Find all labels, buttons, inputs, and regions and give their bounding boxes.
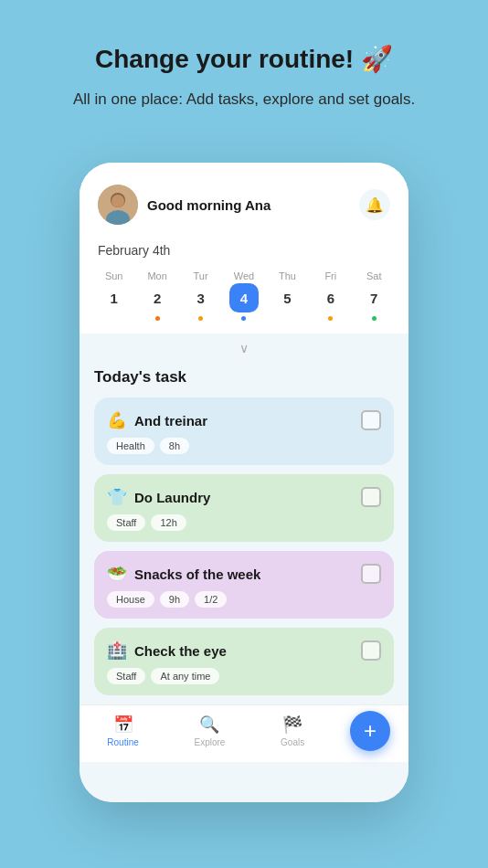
hero-title: Change your routine! 🚀 (37, 44, 451, 75)
task-title-row: 🥗 Snacks of the week (107, 564, 260, 584)
task-checkbox[interactable] (361, 487, 381, 507)
cal-dot (241, 316, 246, 321)
cal-dot (155, 316, 160, 321)
cal-dot (372, 316, 377, 321)
cal-day-fri[interactable]: Fri 6 (314, 270, 347, 321)
tag-health: Health (107, 438, 154, 454)
cal-day-name: Tur (194, 270, 208, 281)
task-title-row: 💪 And treinar (107, 410, 207, 430)
cal-day-sat[interactable]: Sat 7 (357, 270, 390, 321)
tag-staff: Staff (107, 514, 145, 531)
cal-day-thu[interactable]: Thu 5 (271, 270, 303, 321)
cal-dot (328, 316, 333, 321)
task-top: 🏥 Check the eye (107, 640, 381, 661)
cal-dot (285, 316, 290, 321)
cal-day-num: 1 (100, 283, 129, 312)
nav-label-routine: Routine (107, 737, 138, 747)
cal-day-num: 5 (272, 283, 302, 312)
cal-day-num: 7 (359, 283, 388, 312)
task-card[interactable]: 💪 And treinar Health 8h (94, 397, 394, 465)
explore-icon: 🔍 (199, 715, 219, 735)
chevron-down-icon: ∨ (239, 341, 249, 355)
nav-label-explore: Explore (194, 737, 225, 747)
task-title-row: 🏥 Check the eye (107, 640, 227, 661)
task-emoji: 💪 (107, 410, 127, 430)
cal-day-sun[interactable]: Sun 1 (98, 270, 131, 321)
greeting-text: Good morning Ana (147, 197, 271, 213)
task-card[interactable]: 🥗 Snacks of the week House 9h 1/2 (94, 551, 394, 619)
task-title: Check the eye (134, 643, 227, 659)
avatar (98, 185, 138, 225)
nav-item-routine[interactable]: 📅 Routine (107, 715, 138, 747)
tag-house: House (107, 591, 154, 608)
nav-item-goals[interactable]: 🏁 Goals (281, 715, 304, 747)
task-title-row: 👕 Do Laundry (107, 487, 210, 507)
cal-day-name: Wed (234, 270, 254, 281)
hero-subtitle: All in one place: Add tasks, explore and… (37, 88, 451, 111)
date-label: February 4th (80, 236, 408, 263)
cal-day-name: Sat (366, 270, 382, 281)
cal-day-name: Sun (105, 270, 123, 281)
task-tags: Staff 12h (107, 514, 381, 531)
calendar-strip: Sun 1 Mon 2 Tur 3 Wed 4 Thu 5 (80, 263, 408, 333)
task-card[interactable]: 🏥 Check the eye Staff At any time (94, 628, 394, 695)
fab-add-button[interactable]: + (350, 711, 390, 751)
task-checkbox[interactable] (361, 410, 381, 430)
tag-8h: 8h (160, 438, 189, 454)
cal-day-mon[interactable]: Mon 2 (141, 270, 174, 321)
cal-day-tur[interactable]: Tur 3 (185, 270, 217, 321)
cal-dot (111, 316, 116, 321)
tag-9h: 9h (160, 591, 189, 608)
task-card[interactable]: 👕 Do Laundry Staff 12h (94, 474, 394, 542)
task-emoji: 👕 (107, 487, 127, 507)
task-tags: Health 8h (107, 438, 381, 454)
chevron-row[interactable]: ∨ (80, 333, 408, 359)
header-left: Good morning Ana (98, 185, 271, 225)
cal-day-num: 3 (186, 283, 216, 312)
svg-point-3 (111, 195, 124, 207)
cal-day-num: 2 (143, 283, 172, 312)
task-top: 🥗 Snacks of the week (107, 564, 381, 584)
task-title: Do Laundry (134, 490, 210, 505)
task-tags: Staff At any time (107, 668, 381, 684)
cal-day-num-active: 4 (229, 283, 259, 312)
phone-header: Good morning Ana 🔔 (80, 163, 408, 236)
nav-item-explore[interactable]: 🔍 Explore (194, 715, 225, 747)
task-emoji: 🏥 (107, 640, 127, 661)
tag-fraction: 1/2 (195, 591, 227, 608)
cal-day-name: Fri (324, 270, 336, 281)
task-checkbox[interactable] (361, 564, 381, 584)
nav-label-goals: Goals (281, 737, 304, 747)
tag-staff: Staff (107, 668, 145, 684)
cal-day-name: Mon (147, 270, 166, 281)
cal-day-name: Thu (279, 270, 296, 281)
task-title: Snacks of the week (134, 566, 260, 582)
tasks-section: Today's task 💪 And treinar Health 8h (80, 359, 408, 704)
tag-12h: 12h (151, 514, 186, 531)
tag-anytime: At any time (151, 668, 219, 684)
routine-icon: 📅 (113, 715, 133, 735)
task-top: 👕 Do Laundry (107, 487, 381, 507)
phone-frame: Good morning Ana 🔔 February 4th Sun 1 Mo… (80, 163, 408, 802)
bell-icon[interactable]: 🔔 (359, 189, 390, 220)
task-tags: House 9h 1/2 (107, 591, 381, 608)
task-emoji: 🥗 (107, 564, 127, 584)
cal-day-num: 6 (316, 283, 345, 312)
task-checkbox[interactable] (361, 640, 381, 661)
cal-day-wed[interactable]: Wed 4 (228, 270, 260, 321)
phone-content: Good morning Ana 🔔 February 4th Sun 1 Mo… (80, 163, 408, 802)
tasks-title: Today's task (94, 368, 394, 386)
goals-icon: 🏁 (282, 715, 302, 735)
task-title: And treinar (134, 413, 207, 429)
cal-dot (198, 316, 203, 321)
task-top: 💪 And treinar (107, 410, 381, 430)
